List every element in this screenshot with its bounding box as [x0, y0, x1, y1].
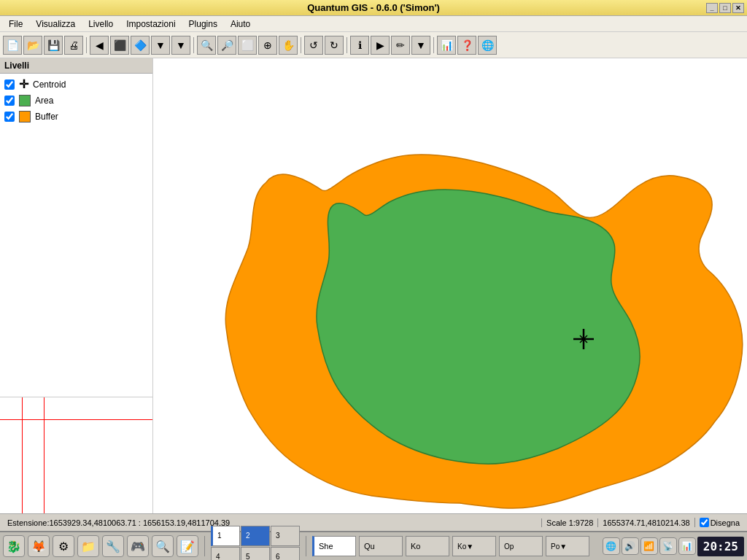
menubar: File Visualizza Livello Impostazioni Plu…	[0, 16, 747, 32]
taskbar-icon-game[interactable]: 🎮	[127, 535, 149, 557]
tray-icon-3[interactable]: 📶	[640, 537, 658, 555]
layers-bottom-panel	[0, 397, 152, 513]
taskbar-icon-notes[interactable]: 📝	[177, 535, 198, 557]
tool-zoom-out[interactable]: 🔎	[217, 36, 236, 55]
tool-add-delimited[interactable]: 🔷	[131, 36, 150, 55]
tray-icon-4[interactable]: 📡	[659, 537, 677, 555]
taskbar-running-4[interactable]: Ko▼	[452, 536, 496, 556]
tool-help[interactable]: ❓	[457, 36, 476, 55]
tool-select[interactable]: ▶	[371, 36, 390, 55]
layer-item-area: Area	[3, 93, 150, 109]
taskbar-icon-gear[interactable]: ⚙	[53, 535, 74, 557]
taskbar-app-she-label: She	[319, 542, 333, 551]
minimize-button[interactable]: _	[706, 3, 718, 13]
tool-add-raster[interactable]: ⬛	[110, 36, 129, 55]
taskbar-running-qu[interactable]: Qu	[359, 536, 403, 556]
layer-label-centroid: Centroid	[33, 79, 66, 90]
tool-table[interactable]: 📊	[437, 36, 456, 55]
taskbar-icon-tools[interactable]: 🔧	[102, 535, 124, 557]
toolbar: 📄 📂 💾 🖨 ◀ ⬛ 🔷 ▼ ▼ 🔍 🔎 ⬜ ⊕ ✋ ↺ ↻ ℹ ▶ ✏ ▼ …	[0, 32, 747, 58]
menu-visualizza[interactable]: Visualizza	[30, 18, 81, 31]
menu-aiuto[interactable]: Aiuto	[225, 18, 256, 31]
map-svg	[153, 58, 747, 513]
map-canvas[interactable]	[153, 58, 747, 513]
disegna-checkbox[interactable]	[700, 518, 709, 527]
layer-checkbox-buffer[interactable]	[4, 112, 15, 122]
menu-file[interactable]: File	[3, 18, 28, 31]
area-color-swatch	[19, 95, 31, 106]
red-line-v1	[22, 397, 23, 513]
layer-checkbox-area[interactable]	[4, 96, 15, 106]
taskbar-clock: 20:25	[697, 537, 744, 556]
app-tab-numbers: 1 2 3 4 5 6	[211, 526, 300, 561]
tool-save[interactable]: 💾	[44, 36, 63, 55]
sep3	[301, 37, 301, 53]
taskbar-running-she[interactable]: She	[312, 536, 356, 556]
taskbar-icon-dragon[interactable]: 🐉	[3, 535, 25, 557]
layer-label-area: Area	[35, 96, 53, 106]
scale-value: 9728	[576, 518, 593, 527]
tool-forward[interactable]: ↻	[325, 36, 344, 55]
tray-icon-5[interactable]: 📊	[678, 537, 696, 555]
system-tray: 🌐 🔊 📶 📡 📊 20:25	[603, 537, 744, 556]
layer-item-buffer: Buffer	[3, 109, 150, 125]
close-button[interactable]: ✕	[732, 3, 744, 13]
tool-identify[interactable]: ℹ	[350, 36, 369, 55]
tool-zoom-extent[interactable]: ⬜	[238, 36, 257, 55]
tool-drop2[interactable]: ▼	[171, 36, 190, 55]
tool-edit[interactable]: ✏	[391, 36, 410, 55]
tool-new[interactable]: 📄	[3, 36, 22, 55]
menu-impostazioni[interactable]: Impostazioni	[120, 18, 181, 31]
layer-checkbox-centroid[interactable]	[4, 79, 15, 90]
taskbar-running-5[interactable]: Op	[499, 536, 543, 556]
layer-label-buffer: Buffer	[35, 112, 58, 122]
tool-add-vector[interactable]: ◀	[90, 36, 109, 55]
taskbar-app-ko-label: Ko	[411, 542, 420, 551]
taskbar-icon-search[interactable]: 🔍	[152, 535, 174, 557]
taskbar-sep	[204, 536, 205, 556]
titlebar: Quantum GIS - 0.6.0 ('Simon') _ □ ✕	[0, 0, 747, 16]
scale-label: Scale 1:	[546, 518, 576, 527]
main-area: Livelli ✛ Centroid Area Buffer	[0, 58, 747, 513]
layer-item-centroid: ✛ Centroid	[3, 77, 150, 93]
taskbar-icon-fox[interactable]: 🦊	[28, 535, 50, 557]
disegna-label: Disegna	[711, 518, 740, 527]
status-scale: Scale 1: 9728	[541, 518, 597, 527]
red-line-h1	[0, 419, 152, 420]
tool-drop1[interactable]: ▼	[151, 36, 170, 55]
red-line-v2	[44, 397, 44, 513]
status-coords: 1655374.71,4810214.38	[597, 518, 694, 527]
layers-title: Livelli	[0, 58, 152, 74]
taskbar-running-ko[interactable]: Ko	[406, 536, 449, 556]
layers-list: ✛ Centroid Area Buffer	[0, 74, 152, 397]
tool-open[interactable]: 📂	[23, 36, 42, 55]
taskbar-app-5[interactable]: 5	[241, 547, 270, 561]
tray-icon-2[interactable]: 🔊	[622, 537, 639, 555]
maximize-button[interactable]: □	[719, 3, 731, 13]
taskbar-app-1[interactable]: 1	[211, 526, 240, 546]
layers-panel: Livelli ✛ Centroid Area Buffer	[0, 58, 153, 513]
taskbar-app-2[interactable]: 2	[241, 526, 270, 546]
taskbar-app-3[interactable]: 3	[271, 526, 300, 546]
sep1	[86, 37, 87, 53]
tool-zoom-in[interactable]: 🔍	[197, 36, 216, 55]
tool-zoom-selection[interactable]: ⊕	[258, 36, 277, 55]
taskbar-running-6[interactable]: Po▼	[546, 536, 589, 556]
taskbar-app-6[interactable]: 6	[271, 547, 300, 561]
tool-print[interactable]: 🖨	[64, 36, 83, 55]
sep5	[433, 37, 434, 53]
tool-drop3[interactable]: ▼	[411, 36, 430, 55]
tool-globe[interactable]: 🌐	[478, 36, 497, 55]
centroid-icon: ✛	[19, 79, 28, 90]
tool-back[interactable]: ↺	[304, 36, 323, 55]
taskbar-sep2	[306, 536, 306, 556]
taskbar-icon-folder[interactable]: 📁	[77, 535, 99, 557]
taskbar-app-4[interactable]: 4	[211, 547, 240, 561]
titlebar-controls[interactable]: _ □ ✕	[706, 3, 744, 13]
menu-livello[interactable]: Livello	[82, 18, 119, 31]
sep4	[347, 37, 347, 53]
tool-pan[interactable]: ✋	[279, 36, 298, 55]
tray-icon-1[interactable]: 🌐	[603, 537, 620, 555]
menu-plugins[interactable]: Plugins	[183, 18, 223, 31]
title-text: Quantum GIS - 0.6.0 ('Simon')	[307, 2, 440, 13]
